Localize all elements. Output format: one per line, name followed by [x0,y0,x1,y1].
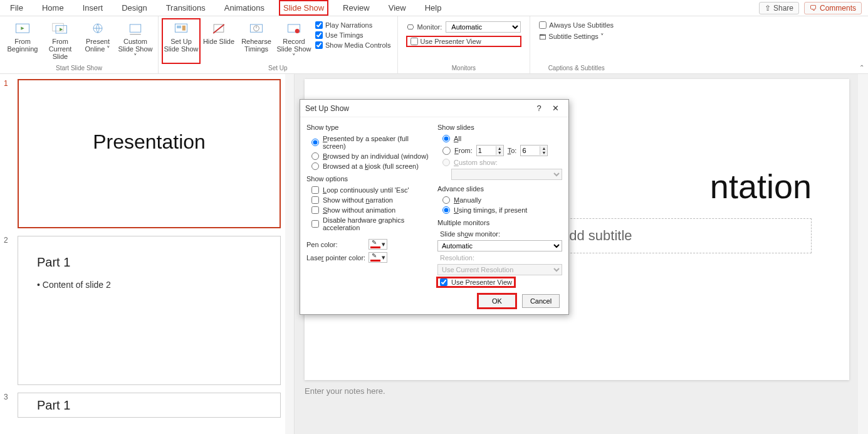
cancel-button[interactable]: Cancel [522,294,560,308]
svg-point-18 [295,29,300,33]
menu-insert[interactable]: Insert [79,1,107,15]
present-online-button[interactable]: Present Online ˅ [79,19,117,63]
monitor-select[interactable]: Automatic [446,21,521,33]
pen-color-swatch [370,241,380,248]
menu-review[interactable]: Review [339,1,374,15]
always-subtitles-check[interactable]: Always Use Subtitles [539,21,614,29]
thumbnail-panel: 1 Presentation 2 Part 1 • Content of sli… [0,74,295,434]
record-icon [285,21,303,36]
dialog-title: Set Up Show [305,104,531,113]
check-no-animation[interactable]: Show without animation [306,206,431,214]
radio-browsed-individual[interactable]: Browsed by an individual (window) [306,152,431,160]
hide-slide-label: Hide Slide [203,38,234,45]
record-label: Record Slide Show ˅ [276,38,311,61]
custom-show-label: Custom Slide Show ˅ [118,38,153,61]
radio-using-timings[interactable]: Using timings, if present [437,206,562,214]
use-presenter-ribbon-check[interactable]: Use Presenter View [407,36,521,46]
group-captions-label: Captions & Subtitles [534,63,619,73]
check-no-narration[interactable]: Show without narration [306,196,431,204]
group-setup: Set Up Slide Show Hide Slide Rehearse Ti… [159,16,398,73]
use-timings-label: Use Timings [325,31,363,39]
menubar: File Home Insert Design Transitions Anim… [0,0,868,16]
radio-browsed-kiosk[interactable]: Browsed at a kiosk (full screen) [306,162,431,170]
comments-button[interactable]: 🗨 Comments [804,2,862,14]
check-loop[interactable]: Loop continuously until 'Esc' [306,186,431,194]
slide-monitor-select[interactable]: Automatic [437,240,562,251]
present-online-label: Present Online ˅ [80,38,115,53]
svg-rect-11 [182,26,186,31]
show-media-check[interactable]: Show Media Controls [315,41,391,49]
show-media-label: Show Media Controls [325,41,391,49]
ok-button[interactable]: OK [478,294,516,308]
laser-color-button[interactable]: ▾ [369,252,387,263]
radio-presented[interactable]: Presented by a speaker (full screen) [306,135,431,150]
thumbnail-1[interactable]: Presentation [18,79,281,228]
notes-area[interactable]: Enter your notes here. [305,386,849,396]
ribbon-collapse-icon[interactable]: ⌃ [859,64,864,71]
dropdown-icon: ▾ [382,240,385,248]
dialog-close-button[interactable]: ✕ [547,103,563,113]
check-disable-hw[interactable]: Disable hardware graphics acceleration [306,216,431,231]
custom-show-select [451,169,562,180]
setup-slideshow-button[interactable]: Set Up Slide Show [162,19,200,63]
share-button[interactable]: ⇪ Share [759,2,799,14]
hide-slide-button[interactable]: Hide Slide [200,19,238,63]
rehearse-label: Rehearse Timings [239,38,274,53]
comment-icon: 🗨 [810,4,817,13]
radio-manually[interactable]: Manually [437,196,562,204]
editor-scrollbar[interactable] [858,74,868,434]
present-online-icon [89,21,107,36]
dialog-right-column: Show slides All From: ▲▼ To: ▲▼ Custom s… [437,121,562,308]
menu-file[interactable]: File [6,1,27,15]
thumb2-heading: Part 1 [37,255,261,270]
menu-slide-show[interactable]: Slide Show [280,1,328,15]
group-monitors-label: Monitors [402,63,526,73]
radio-from[interactable] [442,147,451,155]
use-presenter-dialog-check[interactable]: Use Presenter View [437,278,515,287]
pen-color-label: Pen color: [306,241,338,248]
subtitle-placeholder-box[interactable]: add subtitle [548,218,812,253]
rehearse-button[interactable]: Rehearse Timings [238,19,275,63]
menu-transitions[interactable]: Transitions [162,1,209,15]
menu-animations[interactable]: Animations [221,1,268,15]
menu-home[interactable]: Home [38,1,68,15]
show-options-label: Show options [306,175,431,183]
thumb-number-3: 3 [4,393,13,418]
from-current-button[interactable]: From Current Slide [41,19,79,63]
laser-color-label: Laser pointer color: [306,254,365,262]
svg-marker-1 [21,27,24,30]
hide-slide-icon [210,21,227,36]
play-narrations-check[interactable]: Play Narrations [315,21,391,29]
svg-rect-7 [130,24,141,32]
play-start-icon [14,21,31,36]
custom-show-button[interactable]: Custom Slide Show ˅ [117,19,154,63]
group-start-label: Start Slide Show [4,63,154,73]
ribbon: From Beginning From Current Slide Presen… [0,16,868,74]
show-slides-label: Show slides [437,124,562,131]
menu-help[interactable]: Help [421,1,446,15]
radio-all[interactable]: All [437,135,562,142]
thumb3-heading: Part 1 [37,398,261,413]
thumbnail-2[interactable]: Part 1 • Content of slide 2 [18,236,281,385]
subtitle-settings-button[interactable]: 🗔Subtitle Settings ˅ [539,33,614,41]
menu-design[interactable]: Design [118,1,150,15]
menu-view[interactable]: View [385,1,410,15]
group-captions: Always Use Subtitles 🗔Subtitle Settings … [530,16,622,73]
use-timings-check[interactable]: Use Timings [315,31,391,39]
thumb2-body: • Content of slide 2 [37,280,261,290]
from-beginning-label: From Beginning [5,38,40,53]
play-current-icon [51,21,69,36]
to-spinner[interactable]: ▲▼ [520,145,548,156]
laser-color-swatch [370,254,380,262]
dialog-help-button[interactable]: ? [531,103,547,113]
pen-color-button[interactable]: ▾ [369,239,387,250]
dialog-left-column: Show type Presented by a speaker (full s… [306,121,431,308]
subtitle-icon: 🗔 [539,33,546,41]
use-presenter-dialog-label: Use Presenter View [451,278,512,286]
dialog-titlebar[interactable]: Set Up Show ? ✕ [300,100,568,117]
from-beginning-button[interactable]: From Beginning [4,19,41,63]
thumbnail-scrollbar[interactable] [285,74,294,434]
from-spinner[interactable]: ▲▼ [476,145,504,156]
thumbnail-3[interactable]: Part 1 [18,393,281,418]
record-button[interactable]: Record Slide Show ˅ [275,19,313,63]
